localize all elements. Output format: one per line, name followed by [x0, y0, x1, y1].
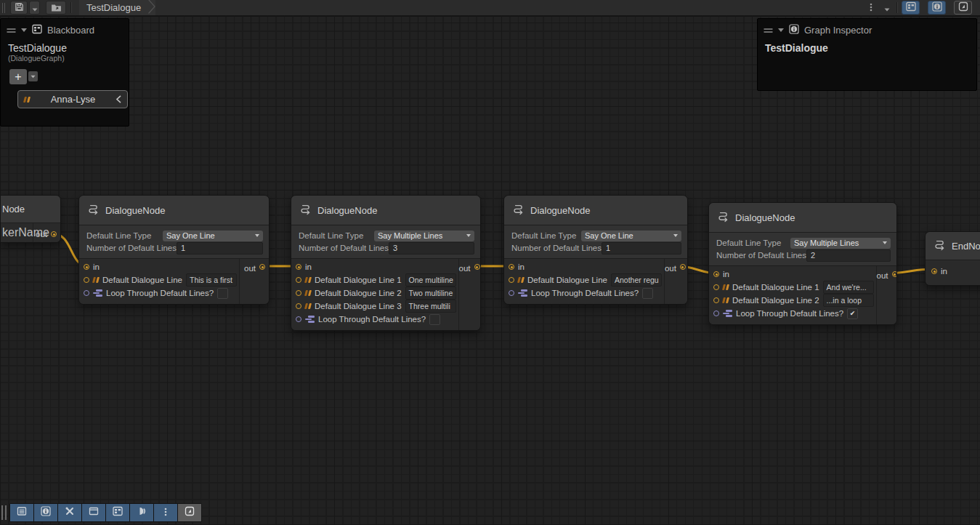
number-of-lines-field[interactable]: 3 [389, 242, 474, 255]
out-port[interactable] [892, 271, 897, 277]
dialogue-line-field[interactable]: This is a first [186, 273, 237, 286]
tab-testdialogue[interactable]: TestDialogue [79, 0, 155, 15]
window-button[interactable] [82, 504, 105, 521]
capture-toggle-button[interactable] [954, 1, 972, 15]
property-label: Default Line Type [86, 231, 163, 240]
start-node-partial[interactable]: NodekerNameout [0, 195, 61, 243]
add-variable-dropdown[interactable] [28, 71, 38, 81]
node-title-label: DialogueNode [105, 205, 165, 216]
info-icon [789, 24, 799, 36]
output-ports-column: out [33, 223, 60, 242]
more-options-button[interactable] [154, 504, 177, 521]
loop-icon [93, 289, 102, 297]
collapse-arrow-icon[interactable] [778, 28, 784, 32]
dialogue-line-field[interactable]: Three multili [405, 300, 456, 313]
dialogue-line-port[interactable] [296, 290, 301, 296]
blackboard-toggle-button[interactable] [902, 1, 920, 15]
save-options-dropdown[interactable] [29, 1, 40, 15]
dialogue-line-field[interactable]: And we're... [823, 281, 874, 294]
capture-button[interactable] [178, 504, 201, 521]
collapse-arrow-icon[interactable] [21, 28, 27, 32]
loop-checkbox[interactable] [642, 288, 653, 299]
property-label: Number of Default Lines [86, 244, 177, 252]
more-options-button[interactable] [862, 1, 880, 15]
loop-port[interactable] [713, 310, 719, 316]
inspector-icon [41, 506, 51, 519]
blackboard-button[interactable] [106, 504, 129, 521]
window-icon [89, 506, 99, 519]
loop-port[interactable] [84, 290, 89, 296]
loop-checkbox[interactable]: ✔ [847, 308, 858, 319]
in-port[interactable] [84, 264, 89, 270]
open-asset-button[interactable] [46, 1, 66, 15]
out-port[interactable] [680, 264, 686, 270]
dialogue-line-port[interactable] [296, 303, 301, 309]
node-title[interactable]: EndNode [926, 232, 980, 260]
dropdown-value: Say Multiple Lines [794, 239, 859, 247]
line-type-dropdown[interactable]: Say Multiple Lines [374, 231, 474, 241]
node-title[interactable]: DialogueNode [79, 196, 269, 225]
number-of-lines-field[interactable]: 1 [602, 242, 681, 255]
loop-checkbox[interactable] [429, 314, 440, 325]
dialogue-line-port[interactable] [713, 297, 719, 303]
line-type-dropdown[interactable]: Say Multiple Lines [790, 238, 891, 249]
number-of-lines-field[interactable]: 2 [806, 249, 891, 262]
dialogue-line-field[interactable]: One multiline [405, 273, 456, 286]
line-port-row: Default Dialogue Line 1And we're... [709, 281, 876, 294]
in-port[interactable] [509, 264, 514, 270]
line-type-dropdown[interactable]: Say One Line [163, 231, 263, 241]
dialogue-line-field[interactable]: ...in a loop [823, 294, 874, 307]
string-variable-icon [24, 97, 30, 103]
dialogue-line-field[interactable]: Two multiline [405, 286, 456, 300]
inspector-button[interactable] [34, 504, 57, 521]
collapse-left-icon[interactable] [116, 93, 121, 106]
panel-drag-handle[interactable] [764, 25, 773, 36]
dialogue-node-4[interactable]: DialogueNodeDefault Line TypeSay Multipl… [708, 202, 897, 325]
loop-port[interactable] [296, 316, 301, 322]
inspector-toggle-button[interactable] [928, 1, 946, 15]
loop-port[interactable] [509, 290, 514, 296]
toolbar-drag-handle[interactable] [1, 505, 7, 520]
input-ports-column: inDefault Dialogue LineThis is a firstLo… [79, 259, 239, 304]
dialogue-line-field[interactable]: Another regu [611, 273, 662, 286]
dialogue-node-icon [934, 239, 946, 253]
loop-port-row: Loop Through Default Lines? [79, 286, 239, 300]
dialogue-node-3[interactable]: DialogueNodeDefault Line TypeSay One Lin… [503, 195, 688, 305]
dialogue-line-port[interactable] [296, 277, 301, 283]
more-options-dropdown[interactable] [881, 1, 892, 15]
in-port[interactable] [296, 264, 301, 270]
dialogue-line-port[interactable] [509, 277, 514, 283]
dialogue-line-port[interactable] [713, 284, 719, 290]
dialogue-node-1[interactable]: DialogueNodeDefault Line TypeSay One Lin… [78, 195, 270, 305]
node-title[interactable]: Node [1, 196, 60, 223]
toolbar-drag-handle[interactable] [2, 3, 7, 13]
in-port[interactable] [931, 268, 937, 274]
node-title[interactable]: DialogueNode [709, 203, 896, 233]
variable-row-anna-lyse[interactable]: Anna-Lyse [17, 90, 128, 108]
line-port-row: Default Dialogue LineAnother regu [504, 273, 664, 286]
in-port[interactable] [713, 271, 719, 277]
node-ports: in [926, 260, 980, 285]
out-port[interactable] [259, 264, 265, 270]
out-port-label: out [877, 271, 888, 280]
out-port[interactable] [474, 264, 480, 270]
dialogue-line-label: Default Dialogue Line [527, 276, 607, 284]
node-title[interactable]: DialogueNode [291, 196, 480, 225]
chevron-down-icon [883, 241, 887, 244]
save-button[interactable] [10, 1, 28, 15]
end-node[interactable]: EndNodein [925, 231, 980, 286]
dialogue-node-2[interactable]: DialogueNodeDefault Line TypeSay Multipl… [291, 195, 481, 331]
line-type-dropdown[interactable]: Say One Line [581, 231, 681, 241]
tools-button[interactable] [58, 504, 81, 521]
loop-checkbox[interactable] [217, 288, 228, 299]
node-preview-button[interactable] [130, 504, 153, 521]
panel-drag-handle[interactable] [7, 25, 16, 36]
console-button[interactable] [10, 504, 33, 521]
node-title[interactable]: DialogueNode [504, 196, 687, 225]
number-of-lines-field[interactable]: 1 [177, 242, 263, 255]
dialogue-line-port[interactable] [84, 277, 89, 283]
add-variable-button[interactable]: + [9, 69, 27, 84]
toolbar-separator [70, 2, 71, 13]
out-port[interactable] [51, 231, 57, 237]
node-title-label: DialogueNode [530, 205, 590, 216]
